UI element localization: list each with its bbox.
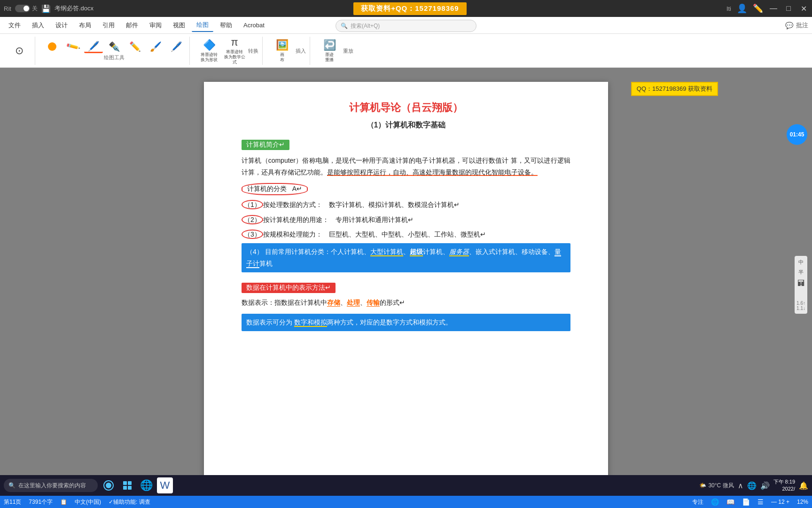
canvas-btn[interactable]: 🖼️ 画布: [270, 38, 294, 64]
title-bar-left: Rit 关 💾 考纲必答.docx: [4, 4, 94, 13]
menu-help[interactable]: 帮助: [215, 19, 237, 32]
pencil-grey[interactable]: ✏️: [125, 40, 144, 53]
speaker-icon[interactable]: 🔊: [760, 481, 770, 490]
s3-highlight3: 传输: [367, 299, 380, 307]
pen-orange[interactable]: [43, 40, 62, 53]
word-count: 7391个字: [29, 498, 53, 506]
item3-text: 按规模和处理能力： 巨型机、大型机、中型机、小型机、工作站、微型机↵: [263, 229, 486, 240]
taskbar-app-word[interactable]: W: [157, 477, 173, 493]
taskbar-task-view[interactable]: [119, 477, 135, 493]
lasso-icon: ⊙: [15, 45, 23, 57]
page-info: 第11页: [4, 498, 21, 506]
time-display: 下午 8:19 2022/: [773, 478, 795, 493]
section1: 计算机简介↵ 计算机（computer）俗称电脑，是现代一种用于高速计算的电子计…: [242, 140, 570, 178]
section2-item1: （1） 按处理数据的方式： 数字计算机、模拟计算机、数模混合计算机↵: [242, 199, 570, 211]
close-button[interactable]: ✕: [799, 4, 808, 13]
pen-blue-icon: ✒️: [109, 41, 120, 52]
s3-p2-h1: 数字和模拟: [294, 318, 327, 327]
section2-item2: （2） 按计算机使用的用途： 专用计算机和通用计算机↵: [242, 214, 570, 226]
svg-rect-2: [123, 481, 127, 485]
section3-header-wrap: 数据在计算机中的表示方法↵: [242, 283, 570, 293]
user-icon[interactable]: 👤: [737, 3, 747, 14]
menu-insert[interactable]: 插入: [27, 19, 49, 32]
view-web-icon[interactable]: 🌐: [711, 498, 719, 506]
network-icon[interactable]: 🌐: [747, 481, 757, 490]
menu-design[interactable]: 设计: [51, 19, 72, 32]
spacer: [242, 277, 570, 283]
taskbar-right: 🌤️ 30°C 微风 ∧ 🌐 🔊 下午 8:19 2022/ 🔔: [699, 478, 808, 493]
document-page: 计算机导论（吕云翔版） （1）计算机和数字基础 计算机简介↵ 计算机（compu…: [204, 82, 608, 505]
zoom-info: 1.6↑1.1↓: [796, 301, 805, 311]
date: 2022/: [773, 485, 795, 492]
item4-highlight4: 量子计: [246, 248, 561, 268]
convert-shape-btn[interactable]: 🔷 将墨迹转换为形状: [197, 38, 221, 64]
convert-group: 🔷 将墨迹转换为形状 π 将墨迹转换为数学公式 转换: [194, 37, 263, 65]
marker-blue[interactable]: 🖊️: [167, 40, 186, 53]
zoom-controls[interactable]: — 12 +: [771, 499, 789, 505]
insert-label: 插入: [296, 48, 306, 55]
menu-file[interactable]: 文件: [4, 19, 25, 32]
section1-header-label: 计算机简介↵: [242, 140, 289, 150]
menu-reference[interactable]: 引用: [98, 19, 119, 32]
auto-save-toggle[interactable]: 关: [15, 5, 38, 13]
drawing-tools-group: ✏️ 🖊️ ✒️ ✏️ 🖌️: [39, 37, 190, 65]
right-panel: 中 半 🖬 1.6↑1.1↓: [795, 256, 807, 314]
title-bar-right: Iti 👤 ✏️ — □ ✕: [726, 3, 808, 14]
convert-shape-label: 将墨迹转换为形状: [201, 52, 218, 63]
accessibility[interactable]: ✓辅助功能: 调查: [109, 498, 150, 506]
search-bar[interactable]: 🔍 搜索(Alt+Q): [336, 20, 476, 32]
maximize-button[interactable]: □: [784, 4, 793, 13]
toolbar: ⊙ ✏️ 🖊️ ✒️: [0, 34, 812, 68]
item4-highlight3: 服务器: [449, 248, 469, 256]
focus-mode[interactable]: 专注: [692, 498, 703, 506]
marker-orange[interactable]: 🖊️: [84, 40, 103, 53]
menu-view[interactable]: 视图: [168, 19, 190, 32]
section1-header: 计算机简介↵: [242, 140, 570, 155]
replay-btn[interactable]: ↩️ 墨迹重播: [318, 38, 341, 64]
search-placeholder: 搜索(Alt+Q): [351, 22, 380, 30]
view-outline-icon[interactable]: ☰: [757, 498, 764, 506]
menu-review[interactable]: 审阅: [145, 19, 166, 32]
pen-icon[interactable]: ✏️: [753, 3, 763, 14]
pencil-dark[interactable]: ✏️: [63, 40, 82, 53]
menu-layout[interactable]: 布局: [74, 19, 96, 32]
canvas-label: 画布: [280, 52, 284, 63]
convert-row: 🔷 将墨迹转换为形状 π 将墨迹转换为数学公式: [197, 38, 246, 64]
svg-rect-5: [128, 486, 132, 490]
pen-blue[interactable]: ✒️: [105, 40, 124, 53]
sys-tray-up[interactable]: ∧: [738, 481, 743, 490]
pencil-dark-icon: ✏️: [65, 39, 81, 54]
section3-para2: 数据表示可分为 数字和模拟两种方式，对应的是数字方式和模拟方式。: [242, 314, 570, 331]
notification-icon[interactable]: 🔔: [799, 481, 808, 490]
menu-draw[interactable]: 绘图: [192, 19, 213, 32]
title-bar: Rit 关 💾 考纲必答.docx 获取资料+QQ：1527198369 Iti…: [0, 0, 812, 17]
menu-mail[interactable]: 邮件: [121, 19, 143, 32]
lasso-tool[interactable]: ⊙: [8, 38, 31, 64]
section2: 计算机的分类 A↵ （1） 按处理数据的方式： 数字计算机、模拟计算机、数模混合…: [242, 183, 570, 272]
toggle-switch[interactable]: [15, 5, 30, 12]
comment-btn[interactable]: 批注: [796, 21, 808, 30]
view-layout-icon[interactable]: 📄: [742, 498, 750, 506]
menu-area: 文件 插入 设计 布局 引用 邮件 审阅 视图 绘图 帮助 Acrobat 💬 …: [0, 17, 812, 34]
taskbar: 🔍 在这里输入你要搜索的内容 🌐 W 🌤️ 30°C 微风 ∧ 🌐 🔊 下午 8…: [0, 475, 812, 496]
file-name: 考纲必答.docx: [55, 4, 94, 13]
section2-item4: （4） 目前常用计算机分类：个人计算机、大型计算机、超级计算机、服务器、嵌入式计…: [242, 243, 570, 272]
item1-circle: （1）: [242, 200, 263, 209]
pen-tools: ✏️ 🖊️ ✒️ ✏️ 🖌️: [43, 40, 186, 61]
taskbar-cortana[interactable]: [101, 477, 117, 493]
s3-highlight2: 处理: [347, 299, 360, 307]
convert-math-btn[interactable]: π 将墨迹转换为数学公式: [223, 38, 246, 64]
comment-icon: 💬: [785, 22, 793, 29]
minimize-button[interactable]: —: [769, 4, 778, 13]
view-icon[interactable]: 🖬: [796, 278, 805, 288]
taskbar-search[interactable]: 🔍 在这里输入你要搜索的内容: [4, 479, 98, 492]
replay-main-label: 重放: [343, 48, 353, 55]
convert-math-label: 将墨迹转换为数学公式: [223, 49, 246, 64]
view-read-icon[interactable]: 📖: [726, 498, 734, 506]
save-icon[interactable]: 💾: [41, 4, 51, 13]
menu-acrobat[interactable]: Acrobat: [239, 20, 269, 31]
marker-orange-icon: 🖊️: [88, 40, 100, 52]
cortana-icon: [103, 480, 114, 491]
taskbar-app-edge[interactable]: 🌐: [138, 477, 154, 493]
highlighter-yellow[interactable]: 🖌️: [146, 40, 165, 53]
